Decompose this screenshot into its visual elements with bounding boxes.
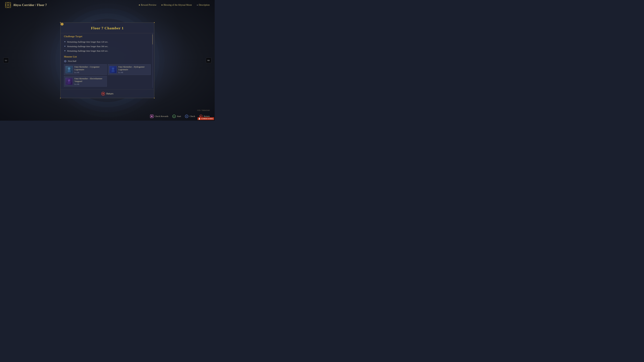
r1-button[interactable]: R1 [206, 58, 211, 63]
monster-avatar-electro [66, 78, 73, 85]
triangle-button-icon: ▲ [172, 115, 176, 118]
square-button-icon [150, 115, 154, 118]
return-button[interactable]: Return [101, 92, 113, 96]
monster-level-electro: Lv. 65 [74, 83, 105, 85]
abyss-logo-icon [5, 2, 11, 8]
star-icon-1: ✦ [64, 40, 66, 43]
modal-content[interactable]: Challenge Target ✦ Remaining challenge t… [60, 35, 154, 89]
start-label: Start [177, 115, 181, 118]
monster-info-cryo: Fatui Skirmisher – Cryogunner Legionnair… [74, 66, 105, 73]
scroll-track [152, 33, 153, 88]
monsters-grid: Fatui Skirmisher – Cryogunner Legionnair… [64, 64, 151, 87]
l1-button[interactable]: L1 [3, 58, 9, 63]
challenge-text-1: Remaining challenge time longer than 120… [67, 40, 108, 43]
monster-card-hydro: Fatui Skirmisher – Hydrogunner Legionnai… [108, 64, 151, 75]
nav-description[interactable]: Description [197, 4, 210, 6]
top-navigation: Abyss Corridor / Floor 7 Reward Preview … [0, 0, 215, 10]
first-half-header: First Half [64, 60, 151, 62]
square-icon-fill [151, 116, 152, 117]
check-label: Check [190, 115, 195, 118]
nav-dot-small-icon [197, 5, 198, 5]
circle-button-icon [101, 92, 105, 96]
challenge-item-2: ✦ Remaining challenge time longer than 3… [64, 44, 151, 49]
monster-level-hydro: Lv. 65 [118, 71, 149, 73]
svg-rect-4 [60, 22, 61, 23]
uid-display: UID: 708845048 [197, 109, 210, 111]
title-divider [60, 33, 154, 33]
first-half-label: First Half [68, 60, 76, 62]
svg-rect-7 [154, 98, 155, 98]
monster-section-title: Monster List [64, 55, 151, 58]
start-action[interactable]: ▲ Start [172, 115, 181, 118]
monster-info-electro: Fatui Skirmisher – Electrohammer Vanguar… [74, 78, 105, 85]
corner-decoration-br [150, 94, 155, 98]
svg-marker-9 [65, 61, 66, 62]
nav-blessing[interactable]: Blessing of the Abyssal Moon [162, 4, 192, 6]
bottom-action-bar: Check Rewards ▲ Start ✕ Check Return [0, 112, 215, 121]
challenge-text-3: Remaining challenge time longer than 420… [67, 50, 108, 52]
challenge-section-title: Challenge Target [64, 35, 151, 38]
nav-dot-icon [162, 4, 162, 5]
challenge-item-3: ✦ Remaining challenge time longer than 4… [64, 49, 151, 53]
star-icon-3: ✦ [64, 49, 66, 52]
corner-decoration-bl [60, 94, 64, 98]
check-action[interactable]: ✕ Check [185, 115, 195, 118]
nav-reward-preview-label: Reward Preview [141, 4, 156, 6]
corner-decoration-tr [150, 22, 155, 26]
svg-rect-5 [154, 22, 155, 23]
circle-inner [102, 93, 104, 94]
gamer-guides-watermark: ▐▌ GAMER GUIDES [198, 117, 214, 120]
monster-name-electro: Fatui Skirmisher – Electrohammer Vanguar… [74, 78, 105, 83]
scroll-thumb[interactable] [152, 34, 153, 44]
monster-avatar-cryo [66, 66, 73, 73]
x-button-icon: ✕ [185, 115, 188, 118]
circle-bottom-inner [200, 116, 202, 117]
chamber-modal: Floor 7 Chamber 1 Challenge Target ✦ Rem… [60, 22, 154, 98]
monster-card-electro: Fatui Skirmisher – Electrohammer Vanguar… [64, 76, 107, 87]
gamer-guides-badge: ▐▌ GAMER GUIDES [198, 117, 214, 120]
watermark-bars-icon: ▐▌ [198, 118, 200, 119]
nav-blessing-label: Blessing of the Abyssal Moon [164, 4, 192, 6]
modal-title: Floor 7 Chamber 1 [60, 23, 154, 33]
svg-rect-6 [60, 98, 61, 98]
check-rewards-action[interactable]: Check Rewards [150, 115, 168, 118]
monster-name-hydro: Fatui Skirmisher – Hydrogunner Legionnai… [118, 66, 149, 71]
modal-footer: Return [60, 89, 154, 98]
svg-point-3 [8, 4, 8, 5]
nav-reward-preview[interactable]: Reward Preview [139, 4, 156, 6]
challenge-text-2: Remaining challenge time longer than 300… [67, 45, 108, 48]
monster-info-hydro: Fatui Skirmisher – Hydrogunner Legionnai… [118, 66, 149, 73]
challenge-item-1: ✦ Remaining challenge time longer than 1… [64, 39, 151, 44]
return-label: Return [106, 92, 113, 95]
page-title: Abyss Corridor / Floor 7 [13, 3, 47, 7]
monster-name-cryo: Fatui Skirmisher – Cryogunner Legionnair… [74, 66, 105, 71]
modal-box: Floor 7 Chamber 1 Challenge Target ✦ Rem… [60, 22, 154, 98]
watermark-text: GAMER GUIDES [201, 118, 213, 119]
nav-description-label: Description [199, 4, 210, 6]
corner-decoration-tl [60, 22, 64, 26]
monster-avatar-hydro [109, 66, 117, 73]
nav-dot-icon [139, 4, 140, 5]
monster-card-cryo: Fatui Skirmisher – Cryogunner Legionnair… [64, 64, 107, 75]
star-icon-2: ✦ [64, 45, 66, 48]
check-rewards-label: Check Rewards [155, 115, 168, 118]
monster-level-cryo: Lv. 65 [74, 71, 105, 73]
nav-actions: Reward Preview Blessing of the Abyssal M… [139, 4, 210, 6]
